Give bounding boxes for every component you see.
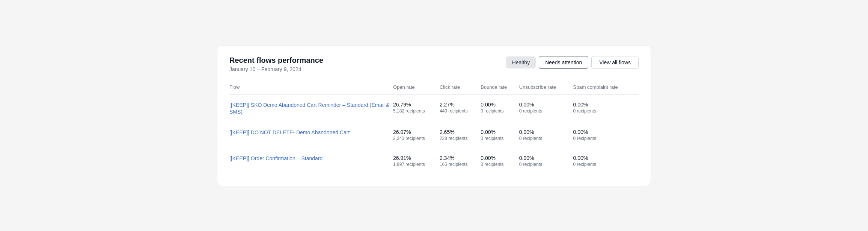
click-rate-value: 2.34%: [440, 155, 481, 161]
click-rate-value: 2.27%: [440, 102, 481, 108]
bounce-rate-value: 0.00%: [481, 129, 519, 135]
click-rate-value: 2.65%: [440, 129, 481, 135]
bounce-rate-recipients: 0 recipients: [481, 162, 519, 167]
spam-rate-recipients: 0 recipients: [573, 108, 639, 114]
open-rate-cell: 26.07% 2,343 recipients: [393, 122, 440, 148]
open-rate-cell: 26.91% 1,897 recipients: [393, 148, 440, 174]
open-rate-recipients: 5,182 recipients: [393, 108, 440, 114]
spam-rate-cell: 0.00% 0 recipients: [573, 94, 639, 122]
col-header-spam-rate: Spam complaint rate: [573, 84, 639, 95]
unsubscribe-rate-recipients: 0 recipients: [519, 136, 573, 141]
col-header-bounce-rate: Bounce rate: [481, 84, 519, 95]
open-rate-value: 26.07%: [393, 129, 440, 135]
bounce-rate-cell: 0.00% 0 recipients: [481, 148, 519, 174]
table-row: [[KEEP]] DO NOT DELETE- Demo Abandoned C…: [229, 122, 639, 148]
click-rate-cell: 2.34% 165 recipients: [440, 148, 481, 174]
open-rate-recipients: 2,343 recipients: [393, 136, 440, 141]
spam-rate-value: 0.00%: [573, 129, 639, 135]
flow-link[interactable]: [[KEEP]] SKO Demo Abandoned Cart Reminde…: [229, 102, 389, 115]
unsubscribe-rate-value: 0.00%: [519, 102, 573, 108]
unsubscribe-rate-recipients: 0 recipients: [519, 108, 573, 114]
unsubscribe-rate-recipients: 0 recipients: [519, 162, 573, 167]
flow-name-cell: [[KEEP]] Order Confirmation – Standard: [229, 148, 393, 174]
unsubscribe-rate-value: 0.00%: [519, 129, 573, 135]
header-actions: Healthy Needs attention View all flows: [506, 56, 639, 69]
open-rate-recipients: 1,897 recipients: [393, 162, 440, 167]
flow-name-cell: [[KEEP]] SKO Demo Abandoned Cart Reminde…: [229, 94, 393, 122]
click-rate-recipients: 165 recipients: [440, 162, 481, 167]
flow-link[interactable]: [[KEEP]] DO NOT DELETE- Demo Abandoned C…: [229, 129, 350, 135]
table-row: [[KEEP]] SKO Demo Abandoned Cart Reminde…: [229, 94, 639, 122]
healthy-button[interactable]: Healthy: [506, 56, 536, 68]
recent-flows-card: Recent flows performance January 10 – Fe…: [217, 45, 651, 186]
unsubscribe-rate-cell: 0.00% 0 recipients: [519, 148, 573, 174]
spam-rate-value: 0.00%: [573, 102, 639, 108]
bounce-rate-cell: 0.00% 0 recipients: [481, 94, 519, 122]
spam-rate-recipients: 0 recipients: [573, 136, 639, 141]
bounce-rate-value: 0.00%: [481, 102, 519, 108]
click-rate-recipients: 238 recipients: [440, 136, 481, 141]
table-header-row: Flow Open rate Click rate Bounce rate Un…: [229, 84, 639, 95]
spam-rate-value: 0.00%: [573, 155, 639, 161]
needs-attention-button[interactable]: Needs attention: [539, 56, 588, 69]
header-left: Recent flows performance January 10 – Fe…: [229, 56, 323, 72]
bounce-rate-recipients: 0 recipients: [481, 136, 519, 141]
spam-rate-cell: 0.00% 0 recipients: [573, 148, 639, 174]
spam-rate-recipients: 0 recipients: [573, 162, 639, 167]
click-rate-cell: 2.65% 238 recipients: [440, 122, 481, 148]
table-row: [[KEEP]] Order Confirmation – Standard 2…: [229, 148, 639, 174]
col-header-flow: Flow: [229, 84, 393, 95]
bounce-rate-cell: 0.00% 0 recipients: [481, 122, 519, 148]
unsubscribe-rate-value: 0.00%: [519, 155, 573, 161]
col-header-unsubscribe-rate: Unsubscribe rate: [519, 84, 573, 95]
unsubscribe-rate-cell: 0.00% 0 recipients: [519, 122, 573, 148]
card-header: Recent flows performance January 10 – Fe…: [229, 56, 639, 72]
click-rate-recipients: 440 recipients: [440, 108, 481, 114]
open-rate-cell: 26.79% 5,182 recipients: [393, 94, 440, 122]
open-rate-value: 26.79%: [393, 102, 440, 108]
col-header-click-rate: Click rate: [440, 84, 481, 95]
click-rate-cell: 2.27% 440 recipients: [440, 94, 481, 122]
bounce-rate-value: 0.00%: [481, 155, 519, 161]
unsubscribe-rate-cell: 0.00% 0 recipients: [519, 94, 573, 122]
flows-table: Flow Open rate Click rate Bounce rate Un…: [229, 84, 639, 174]
flow-link[interactable]: [[KEEP]] Order Confirmation – Standard: [229, 155, 322, 161]
spam-rate-cell: 0.00% 0 recipients: [573, 122, 639, 148]
view-all-flows-button[interactable]: View all flows: [591, 56, 639, 69]
bounce-rate-recipients: 0 recipients: [481, 108, 519, 114]
flow-name-cell: [[KEEP]] DO NOT DELETE- Demo Abandoned C…: [229, 122, 393, 148]
card-title: Recent flows performance: [229, 56, 323, 65]
card-subtitle: January 10 – February 9, 2024: [229, 66, 323, 72]
col-header-open-rate: Open rate: [393, 84, 440, 95]
open-rate-value: 26.91%: [393, 155, 440, 161]
